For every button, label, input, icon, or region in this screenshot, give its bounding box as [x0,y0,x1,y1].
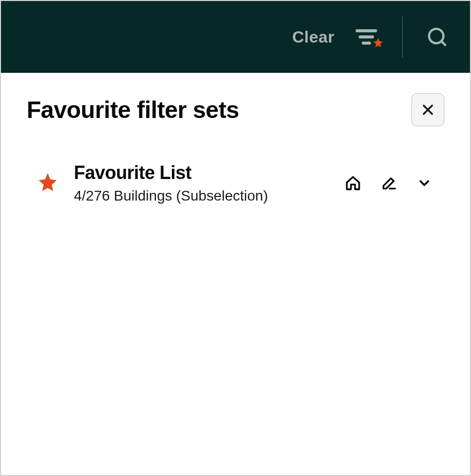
title-row: Favourite filter sets [27,93,444,126]
clear-button[interactable]: Clear [292,28,335,47]
search-icon [426,26,448,48]
home-button[interactable] [343,173,363,193]
filter-set-text: Favourite List 4/276 Buildings (Subselec… [74,162,327,204]
svg-line-4 [441,41,445,45]
filter-set-actions [343,173,434,193]
app-header: Clear [1,1,470,73]
edit-button[interactable] [379,173,399,193]
edit-icon [381,175,397,191]
filter-set-title: Favourite List [74,162,327,184]
filter-favourites-button[interactable] [350,25,383,49]
filter-set-subtitle: 4/276 Buildings (Subselection) [74,188,327,204]
expand-button[interactable] [415,173,434,193]
chevron-down-icon [417,175,432,191]
main-content: Favourite filter sets Favourite List 4/2… [1,73,470,225]
close-button[interactable] [411,93,444,126]
home-icon [345,175,361,191]
search-button[interactable] [422,22,452,52]
filter-set-item: Favourite List 4/276 Buildings (Subselec… [27,162,444,204]
header-divider [402,16,403,57]
page-title: Favourite filter sets [27,96,239,124]
star-icon [372,37,384,48]
favourite-star-icon [37,171,58,195]
close-icon [421,103,435,117]
